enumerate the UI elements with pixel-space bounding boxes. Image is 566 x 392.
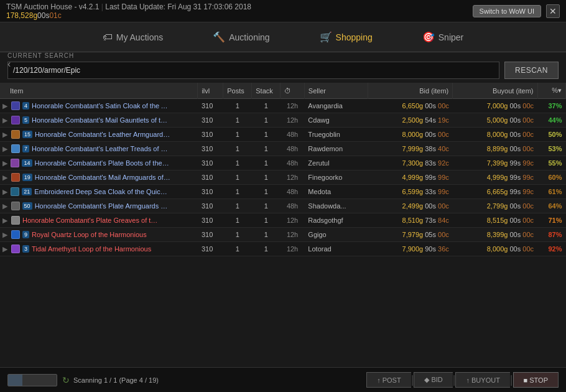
item-badge: 9 [22, 231, 29, 238]
switch-to-wow-button[interactable]: Switch to WoW UI [473, 5, 541, 17]
rescan-button[interactable]: RESCAN [504, 62, 559, 79]
item-icon [11, 173, 20, 182]
bid-cell: 8,510g 73s 84c [368, 213, 453, 228]
time-cell: 48h [281, 142, 305, 156]
expand-arrow-icon[interactable]: ▶ [2, 145, 9, 153]
pct-cell: 61% [537, 185, 566, 199]
seller-cell: Radsgothgf [304, 213, 368, 228]
table-row[interactable]: ▶5Honorable Combatant's Mail Gauntlets o… [0, 113, 566, 128]
footer: ↻ Scanning 1 / 1 (Page 4 / 19) ↑ POST | … [0, 367, 566, 392]
buyout-cell: 7,399g 99s 99c [453, 156, 537, 170]
buyout-cell: 2,799g 00s 00c [453, 199, 537, 213]
table-row[interactable]: ▶7Honorable Combatant's Leather Treads o… [0, 142, 566, 156]
scan-progress-bar [7, 374, 57, 386]
table-row[interactable]: ▶21Embroidered Deep Sea Cloak of the Qui… [0, 185, 566, 199]
expand-arrow-icon[interactable]: ▶ [2, 188, 8, 196]
expand-arrow-icon[interactable]: ▶ [2, 116, 9, 124]
buyout-cell: 7,000g 00s 00c [453, 99, 537, 113]
pct-cell: 71% [537, 213, 566, 228]
buyout-cell: 5,000g 00s 00c [453, 113, 537, 128]
posts-cell: 1 [223, 128, 252, 142]
scan-status-text: Scanning 1 / 1 (Page 4 / 19) [73, 376, 159, 384]
titlebar: TSM Auction House - v4.2.1 | Last Data U… [0, 0, 566, 22]
item-cell: ▶3Tidal Amethyst Loop of the Harmonious [0, 242, 198, 256]
shopping-icon: 🛒 [320, 31, 332, 43]
ilvl-cell: 310 [198, 170, 223, 185]
expand-arrow-icon[interactable]: ▶ [2, 231, 9, 239]
bid-cell: 4,999g 99s 99c [368, 170, 453, 185]
bid-cell: 6,599g 33s 99c [368, 185, 453, 199]
post-button[interactable]: ↑ POST [366, 372, 411, 388]
stack-cell: 1 [252, 170, 281, 185]
time-cell: 12h [281, 228, 305, 242]
expand-arrow-icon[interactable]: ▶ [2, 245, 9, 253]
table-row[interactable]: ▶9Royal Quartz Loop of the Harmonious310… [0, 228, 566, 242]
item-icon [11, 187, 19, 196]
ilvl-cell: 310 [198, 228, 223, 242]
seller-cell: Finegoorko [304, 170, 368, 185]
item-badge: 3 [22, 245, 29, 253]
col-item: Item [0, 83, 198, 99]
table-row[interactable]: ▶14Honorable Combatant's Plate Boots of … [0, 156, 566, 170]
table-row[interactable]: ▶4Honorable Combatant's Satin Cloak of t… [0, 99, 566, 113]
pct-cell: 60% [537, 170, 566, 185]
seller-cell: Truegoblin [304, 128, 368, 142]
table-row[interactable]: ▶50Honorable Combatant's Plate Armguards… [0, 199, 566, 213]
back-button[interactable]: ‹ [7, 58, 11, 70]
bid-cell: 2,499g 00s 00c [368, 199, 453, 213]
item-name: Royal Quartz Loop of the Harmonious [32, 231, 147, 238]
expand-arrow-icon[interactable]: ▶ [2, 102, 9, 110]
item-icon [11, 245, 20, 253]
tab-my-auctions[interactable]: 🏷 My Auctions [96, 28, 169, 47]
pct-cell: 50% [537, 128, 566, 142]
expand-arrow-icon[interactable]: ▶ [2, 131, 9, 139]
expand-arrow-icon[interactable]: ▶ [2, 202, 9, 210]
ilvl-cell: 310 [198, 213, 223, 228]
item-icon [11, 216, 20, 225]
time-cell: 12h [281, 99, 305, 113]
search-input[interactable] [7, 62, 499, 79]
expand-arrow-icon[interactable]: ▶ [2, 159, 8, 167]
ilvl-cell: 310 [198, 99, 223, 113]
time-cell: 48h [281, 156, 305, 170]
tab-shopping[interactable]: 🛒 Shopping [313, 27, 379, 47]
table-row[interactable]: ▶Honorable Combatant's Plate Greaves of … [0, 213, 566, 228]
stack-cell: 1 [252, 128, 281, 142]
close-button[interactable]: ✕ [546, 4, 560, 18]
expand-arrow-icon[interactable]: ▶ [2, 217, 9, 225]
ilvl-cell: 310 [198, 128, 223, 142]
item-name: Honorable Combatant's Plate Boots of the… [35, 159, 171, 167]
bid-button[interactable]: ◆ BID [414, 372, 452, 388]
stack-cell: 1 [252, 113, 281, 128]
titlebar-title: TSM Auction House - v4.2.1 | Last Data U… [6, 2, 473, 20]
item-icon [11, 159, 19, 167]
buyout-cell: 8,399g 00s 00c [453, 228, 537, 242]
table-header-row: Item ilvl Posts Stack ⏱ Seller Bid (item… [0, 83, 566, 99]
ilvl-cell: 310 [198, 199, 223, 213]
table-row[interactable]: ▶3Tidal Amethyst Loop of the Harmonious3… [0, 242, 566, 256]
tab-auctioning[interactable]: 🔨 Auctioning [206, 27, 276, 47]
item-name: Honorable Combatant's Leather Armguards.… [35, 131, 170, 138]
scan-spinner-icon: ↻ [62, 375, 70, 385]
item-icon [11, 202, 20, 210]
item-name: Honorable Combatant's Mail Armguards of … [35, 174, 170, 181]
stop-button[interactable]: ■ STOP [513, 372, 559, 388]
table-row[interactable]: ▶15Honorable Combatant's Leather Armguar… [0, 128, 566, 142]
table-body: ▶4Honorable Combatant's Satin Cloak of t… [0, 99, 566, 256]
pct-cell: 53% [537, 142, 566, 156]
item-badge: 15 [22, 131, 32, 138]
buyout-cell: 8,515g 00s 00c [453, 213, 537, 228]
item-name: Honorable Combatant's Mail Gauntlets of … [32, 116, 169, 124]
tab-sniper[interactable]: 🎯 Sniper [416, 27, 470, 47]
col-time: ⏱ [281, 83, 305, 99]
expand-arrow-icon[interactable]: ▶ [2, 174, 9, 182]
seller-cell: Shadowda... [304, 199, 368, 213]
buyout-button[interactable]: ↑ BUYOUT [455, 372, 509, 388]
posts-cell: 1 [223, 113, 252, 128]
sniper-icon: 🎯 [422, 31, 435, 43]
stack-cell: 1 [252, 142, 281, 156]
item-name: Embroidered Deep Sea Cloak of the Quickb… [34, 188, 170, 195]
table-row[interactable]: ▶19Honorable Combatant's Mail Armguards … [0, 170, 566, 185]
item-cell: ▶21Embroidered Deep Sea Cloak of the Qui… [0, 185, 198, 199]
auctioning-icon: 🔨 [213, 31, 225, 43]
